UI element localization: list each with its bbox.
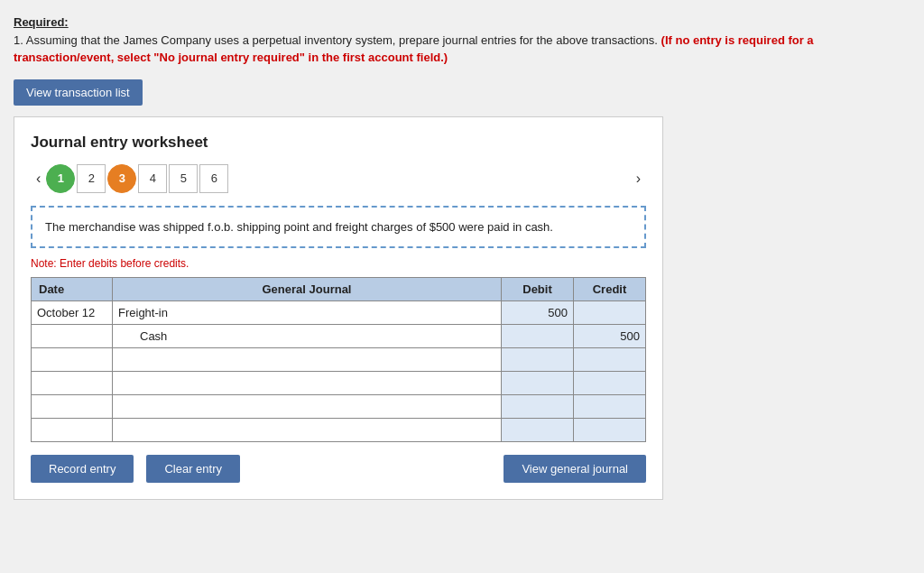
cell-date-4 [32, 395, 113, 419]
tabs-row: ‹ 1 2 3 4 5 6 › [31, 164, 646, 193]
tab-6[interactable]: 6 [199, 164, 228, 193]
cell-credit-0[interactable] [574, 301, 646, 325]
cell-account-0[interactable]: Freight-in [113, 301, 502, 325]
cell-credit-5[interactable] [574, 419, 646, 442]
table-row [32, 395, 646, 419]
cell-credit-1[interactable]: 500 [574, 325, 646, 348]
table-row: October 12Freight-in500 [32, 301, 646, 325]
cell-account-5[interactable] [113, 419, 502, 442]
cell-date-1 [32, 325, 113, 348]
tab-2[interactable]: 2 [77, 164, 106, 193]
cell-date-0: October 12 [32, 301, 113, 325]
cell-credit-2[interactable] [574, 348, 646, 372]
tab-next-arrow[interactable]: › [631, 171, 646, 187]
journal-table: Date General Journal Debit Credit Octobe… [31, 277, 646, 442]
cell-account-3[interactable] [113, 372, 502, 395]
table-row: Cash500 [32, 325, 646, 348]
tab-prev-arrow[interactable]: ‹ [31, 171, 46, 187]
worksheet-container: Journal entry worksheet ‹ 1 2 3 4 5 6 › … [14, 116, 663, 501]
view-transaction-button[interactable]: View transaction list [14, 79, 143, 106]
header-debit: Debit [502, 278, 574, 301]
cell-account-2[interactable] [113, 348, 502, 372]
required-section: Required: 1. Assuming that the James Com… [14, 14, 910, 67]
cell-credit-3[interactable] [574, 372, 646, 395]
view-general-journal-button[interactable]: View general journal [504, 455, 646, 483]
cell-debit-0[interactable]: 500 [502, 301, 574, 325]
cell-account-1[interactable]: Cash [113, 325, 502, 348]
tab-4[interactable]: 4 [138, 164, 167, 193]
tab-5[interactable]: 5 [169, 164, 198, 193]
cell-debit-4[interactable] [502, 395, 574, 419]
cell-debit-5[interactable] [502, 419, 574, 442]
cell-account-4[interactable] [113, 395, 502, 419]
required-title: Required: [14, 15, 69, 29]
cell-date-5 [32, 419, 113, 442]
note-text: Note: Enter debits before credits. [31, 257, 646, 270]
header-date: Date [32, 278, 113, 301]
table-row [32, 372, 646, 395]
buttons-row: Record entry Clear entry View general jo… [31, 455, 646, 483]
tab-3[interactable]: 3 [107, 164, 136, 193]
description-box: The merchandise was shipped f.o.b. shipp… [31, 206, 646, 249]
record-entry-button[interactable]: Record entry [31, 455, 134, 483]
cell-debit-3[interactable] [502, 372, 574, 395]
worksheet-title: Journal entry worksheet [31, 134, 646, 152]
cell-debit-2[interactable] [502, 348, 574, 372]
header-credit: Credit [574, 278, 646, 301]
cell-date-2 [32, 348, 113, 372]
clear-entry-button[interactable]: Clear entry [146, 455, 240, 483]
cell-debit-1[interactable] [502, 325, 574, 348]
tab-1[interactable]: 1 [46, 164, 75, 193]
cell-credit-4[interactable] [574, 395, 646, 419]
table-row [32, 348, 646, 372]
cell-date-3 [32, 372, 113, 395]
required-point: 1. Assuming that the James Company uses … [14, 33, 814, 65]
header-general-journal: General Journal [113, 278, 502, 301]
table-row [32, 419, 646, 442]
